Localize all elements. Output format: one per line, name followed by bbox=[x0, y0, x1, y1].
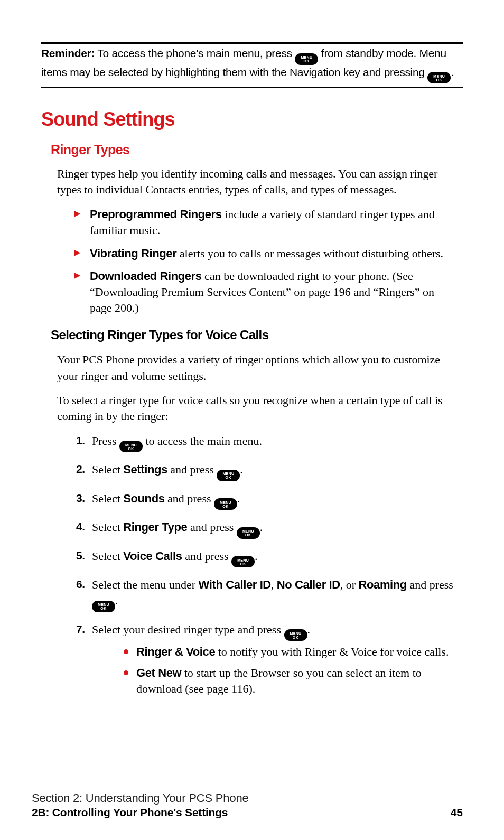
menu-ok-key-icon: MENUOK bbox=[92, 601, 115, 612]
list-item: Get New to start up the Browser so you c… bbox=[124, 665, 454, 697]
step-item: 7. Select your desired ringer type and p… bbox=[76, 622, 454, 697]
menu-ok-key-icon: MENUOK bbox=[119, 441, 143, 452]
footer-section-title: Section 2: Understanding Your PCS Phone bbox=[32, 791, 463, 805]
intro-paragraph: Ringer types help you identify incoming … bbox=[57, 166, 459, 198]
menu-ok-key-icon: MENUOK bbox=[295, 53, 318, 65]
list-item: Downloaded Ringers can be downloaded rig… bbox=[74, 268, 454, 316]
list-item: Preprogrammed Ringers include a variety … bbox=[74, 207, 454, 238]
step-item: 4. Select Ringer Type and press MENUOK. bbox=[76, 519, 454, 539]
menu-ok-key-icon: MENUOK bbox=[427, 72, 451, 83]
body-paragraph: Your PCS Phone provides a variety of rin… bbox=[57, 352, 459, 384]
ringer-type-list: Preprogrammed Ringers include a variety … bbox=[74, 207, 454, 316]
menu-ok-key-icon: MENUOK bbox=[217, 470, 240, 481]
step-item: 1. Press MENUOK to access the main menu. bbox=[76, 433, 454, 453]
body-paragraph: To select a ringer type for voice calls … bbox=[57, 393, 459, 425]
menu-ok-key-icon: MENUOK bbox=[284, 629, 307, 641]
step-item: 6. Select the menu under With Caller ID,… bbox=[76, 577, 454, 612]
sub-option-list: Ringer & Voice to notify you with Ringer… bbox=[124, 644, 454, 697]
reminder-text-3: . bbox=[451, 66, 454, 78]
heading-selecting-ringer-types: Selecting Ringer Types for Voice Calls bbox=[51, 328, 463, 342]
menu-ok-key-icon: MENUOK bbox=[214, 498, 237, 510]
menu-ok-key-icon: MENUOK bbox=[231, 556, 255, 567]
footer-subsection-title: 2B: Controlling Your Phone's Settings bbox=[32, 806, 228, 819]
step-item: 5. Select Voice Calls and press MENUOK. bbox=[76, 548, 454, 568]
reminder-text-1: To access the phone's main menu, press bbox=[95, 47, 295, 59]
heading-ringer-types: Ringer Types bbox=[51, 142, 463, 157]
reminder-box: Reminder: To access the phone's main men… bbox=[41, 42, 463, 88]
heading-sound-settings: Sound Settings bbox=[41, 108, 463, 130]
list-item: Vibrating Ringer alerts you to calls or … bbox=[74, 246, 454, 262]
menu-ok-key-icon: MENUOK bbox=[237, 527, 260, 539]
reminder-label: Reminder: bbox=[41, 47, 95, 59]
step-item: 3. Select Sounds and press MENUOK. bbox=[76, 491, 454, 510]
list-item: Ringer & Voice to notify you with Ringer… bbox=[124, 644, 454, 660]
page-number: 45 bbox=[451, 806, 463, 819]
manual-page: Reminder: To access the phone's main men… bbox=[0, 0, 504, 697]
page-footer: Section 2: Understanding Your PCS Phone … bbox=[32, 791, 463, 819]
step-item: 2. Select Settings and press MENUOK. bbox=[76, 462, 454, 481]
steps-list: 1. Press MENUOK to access the main menu.… bbox=[76, 433, 454, 697]
